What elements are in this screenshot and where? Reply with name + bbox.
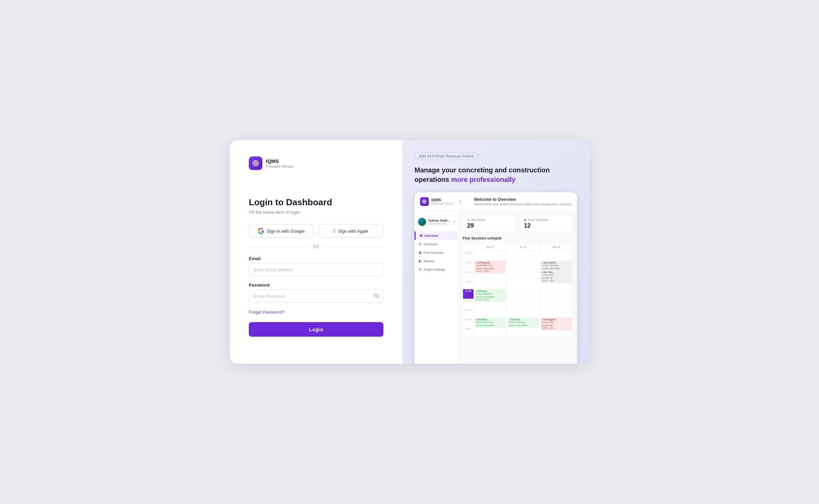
pour-sessions-stat-card: ▦ Pour Sessions 12 [519, 215, 573, 232]
email-form-group: Email [249, 256, 383, 276]
slot-we14-4pm [540, 251, 573, 261]
slot-mo12-10am: ● Finished Centre Wall Poursession descr… [474, 318, 506, 327]
structures-stat-card: 🗂 Structures 29 [463, 215, 516, 232]
day-header-mo12: Mo 12 [474, 243, 506, 251]
login-button[interactable]: Login [249, 322, 383, 337]
stadium-info: Sydney Stadium 1200 Riverside Blvd... [428, 219, 451, 225]
slot-mo12-1pm [474, 280, 506, 289]
logo-row: IQMS Pressure Sensor [249, 156, 383, 170]
password-form-group: Password [249, 282, 383, 303]
day-header-we14: We 14 [540, 243, 573, 251]
sidebar-item-pour-sessions[interactable]: ▦ Pour Sessions [415, 248, 458, 257]
slot-tu13-12am [507, 299, 539, 308]
dash-logo-icon [420, 197, 429, 206]
sidebar-item-reports[interactable]: ◧ Reports [415, 257, 458, 265]
apple-signin-button[interactable]:  Sign with Apple [318, 224, 383, 238]
logo-subtitle: Pressure Sensor [266, 164, 294, 168]
stadium-name: Sydney Stadium [428, 219, 451, 222]
forget-password-link[interactable]: Forget Password? [249, 310, 285, 315]
password-wrapper [249, 290, 383, 303]
or-line-left [249, 247, 309, 247]
login-form: Login to Dashboard Fill the below form t… [249, 197, 383, 337]
dash-welcome-title: Welcome to Overview [474, 197, 572, 202]
event-tu13-finished: ● Finished Centre Wall Poursession descr… [507, 318, 539, 328]
day-column-mo12: Mo 12 ● In Progress Centre Wall Poursess… [474, 243, 507, 337]
slot-we14-9am [540, 327, 573, 337]
sidebar-overview-label: Overview [424, 234, 438, 237]
slot-we14-12am [540, 299, 573, 308]
slot-tu13-4pm [507, 251, 539, 261]
password-input[interactable] [249, 290, 383, 303]
slot-tu13-3pm [507, 261, 539, 270]
sidebar-settings-label: Project Settings [424, 268, 445, 271]
or-line-right [323, 247, 383, 247]
dash-welcome: Welcome to Overview Please define your p… [464, 197, 572, 206]
svg-point-2 [255, 163, 256, 164]
stats-row: 🗂 Structures 29 ▦ Pour Sessions 12 [463, 215, 573, 232]
slot-we14-10am: ● In Progress Centre Wallsession de...14… [540, 318, 573, 327]
schedule-title: Pour Sessions schedule [463, 236, 573, 240]
time-3pm: 3 PM [463, 261, 474, 270]
slot-we14-1230 [540, 289, 573, 299]
time-9am: 9 AM [463, 327, 474, 337]
or-text: OR [313, 245, 319, 249]
toggle-password-icon[interactable] [374, 293, 379, 300]
structures-icon-small: 🗂 [467, 218, 470, 222]
time-1pm: 1 PM [463, 280, 474, 289]
sidebar-pour-label: Pour Sessions [424, 251, 443, 254]
slot-tu13-1230 [507, 289, 539, 299]
right-title-accent: more professionally [451, 176, 516, 183]
slot-mo12-1230: ● Finished Centre Wall Poursession descr… [474, 289, 506, 299]
time-10am: 10 AM [463, 318, 474, 327]
password-label: Password [249, 282, 383, 288]
sidebar-item-project-settings[interactable]: ⚙ Project Settings [415, 265, 458, 274]
email-input[interactable] [249, 263, 383, 276]
email-label: Email [249, 256, 383, 261]
calendar-grid: 4 PM 3 PM 2 PM 1 PM 12:30 12 AM 11 AM 10… [463, 243, 573, 337]
sidebar-item-overview[interactable]: ⊞ Overview › [415, 231, 458, 240]
main-card: IQMS Pressure Sensor Login to Dashboard … [230, 140, 589, 364]
pour-sessions-icon: ▦ [419, 251, 422, 254]
dash-brand-sub: Pressure Sensor [432, 202, 454, 205]
time-12am: 12 AM [463, 299, 474, 308]
google-signin-button[interactable]: Sign in with Google [249, 224, 314, 238]
time-header [463, 243, 474, 251]
day-column-we14: We 14 ● Not Started Centre Wall Poursess… [540, 243, 573, 337]
reports-icon: ◧ [419, 259, 422, 263]
slot-we14-2pm: ● Not Star... Centre Wallsession de...14… [540, 270, 573, 280]
slot-tu13-2pm [507, 270, 539, 280]
stadium-avatar [418, 218, 426, 226]
pour-sessions-value: 12 [524, 222, 568, 229]
dash-welcome-sub: Please define your project structures be… [474, 203, 572, 206]
dash-logo-text-group: IQMS Pressure Sensor [432, 198, 454, 205]
sidebar-item-structures[interactable]: ⊟ Structures [415, 240, 458, 248]
pour-sessions-stat-label: Pour Sessions [528, 218, 548, 222]
dash-brand-name: IQMS [432, 198, 454, 202]
apple-btn-label: Sign with Apple [338, 229, 368, 234]
time-4pm: 4 PM [463, 251, 474, 261]
settings-icon: ⚙ [419, 268, 422, 271]
structures-label: 🗂 Structures [467, 218, 512, 222]
login-subtitle: Fill the below form to login [249, 210, 383, 215]
logo-icon [249, 156, 262, 170]
slot-mo12-3pm: ● In Progress Centre Wall Poursession de… [474, 261, 506, 270]
logo-name: IQMS [266, 158, 294, 164]
slot-mo12-4pm [474, 251, 506, 261]
slot-mo12-9am [474, 327, 506, 337]
right-title: Manage your concreting and construction … [415, 165, 577, 184]
stadium-row: Sydney Stadium 1200 Riverside Blvd... ▾ [415, 215, 458, 229]
slot-mo12-12am [474, 299, 506, 308]
social-buttons: Sign in with Google  Sign with Apple [249, 224, 383, 238]
slot-mo12-2pm [474, 270, 506, 280]
time-2pm: 2 PM [463, 270, 474, 280]
left-panel: IQMS Pressure Sensor Login to Dashboard … [230, 140, 402, 364]
stadium-address: 1200 Riverside Blvd... [428, 222, 451, 225]
day-header-tu13: Tu 13 [507, 243, 539, 251]
collapse-icon [459, 199, 462, 204]
sidebar-reports-label: Reports [424, 259, 435, 263]
slot-tu13-10am: ● Finished Centre Wall Poursession descr… [507, 318, 539, 327]
dash-body: Sydney Stadium 1200 Riverside Blvd... ▾ … [415, 211, 577, 364]
right-panel: IQM SYSTEMS Pressure Control Manage your… [402, 140, 589, 364]
day-column-tu13: Tu 13 ● Finished Centre Wal [507, 243, 540, 337]
structures-stat-label: Structures [472, 218, 485, 222]
